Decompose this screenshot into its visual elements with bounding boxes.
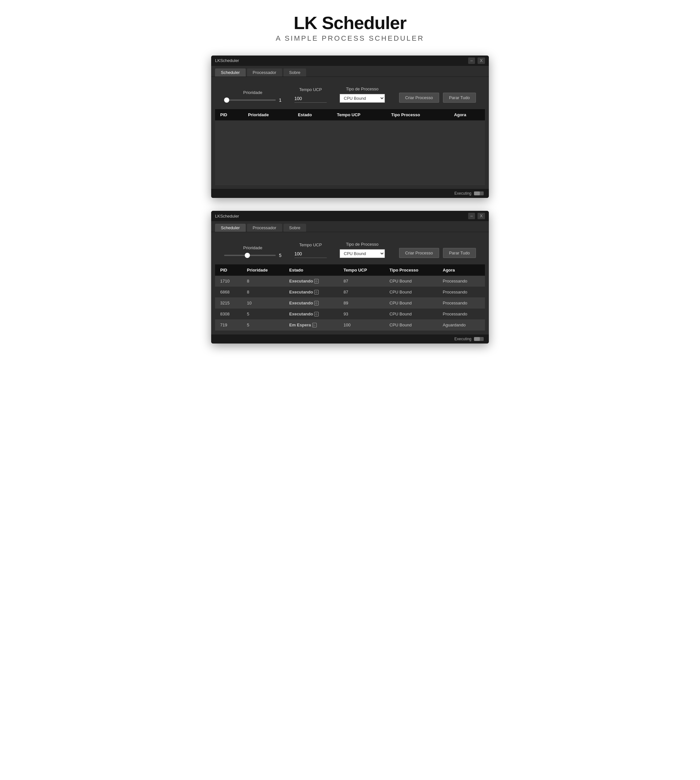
tipo-group-2: Tipo de Processo CPU Bound IO Bound (340, 242, 385, 258)
cell-pid: 719 (215, 320, 242, 331)
cell-estado: Executando ⊙ (284, 308, 338, 320)
cell-tempo: 87 (338, 276, 384, 287)
cell-pid: 6868 (215, 287, 242, 298)
btn-group-2: Criar Processo Parar Tudo (399, 248, 476, 258)
th-prioridade-1: Prioridade (243, 109, 293, 120)
priority-slider-1[interactable] (224, 100, 276, 101)
cell-agora: Processando (438, 308, 485, 320)
table-header-row-1: PID Prioridade Estado Tempo UCP Tipo Pro… (215, 109, 485, 120)
priority-value-2: 5 (279, 253, 282, 258)
parar-btn-2[interactable]: Parar Tudo (443, 248, 476, 258)
tipo-select-1[interactable]: CPU Bound IO Bound (340, 94, 385, 103)
table-container-1: PID Prioridade Estado Tempo UCP Tipo Pro… (215, 109, 485, 185)
th-estado-1: Estado (293, 109, 332, 120)
tipo-group-1: Tipo de Processo CPU Bound IO Bound (340, 87, 385, 103)
cell-tipo: CPU Bound (384, 308, 438, 320)
empty-cell-1 (215, 120, 485, 185)
cell-pid: 3215 (215, 298, 242, 308)
cell-tempo: 100 (338, 320, 384, 331)
th-tipo-1: Tipo Processo (386, 109, 449, 120)
cell-estado: Executando ⊙ (284, 276, 338, 287)
priority-group-2: Prioridade 5 (224, 245, 282, 258)
close-btn-1[interactable]: X (478, 57, 485, 64)
cell-prioridade: 8 (242, 287, 284, 298)
tab-scheduler-2[interactable]: Scheduler (215, 224, 246, 232)
minimize-btn-1[interactable]: – (468, 57, 475, 64)
cell-estado: Executando ⊙ (284, 287, 338, 298)
priority-label-2: Prioridade (224, 245, 282, 250)
th-pid-2: PID (215, 264, 242, 276)
slider-container-2: 5 (224, 253, 282, 258)
tabs-1: Scheduler Processador Sobre (211, 66, 489, 77)
th-agora-1: Agora (449, 109, 485, 120)
controls-area-1: Prioridade 1 Tempo UCP Tipo de Processo … (211, 77, 489, 109)
priority-group-1: Prioridade 1 (224, 90, 282, 103)
th-tipo-2: Tipo Processo (384, 264, 438, 276)
priority-value-1: 1 (279, 98, 282, 103)
footer-indicator-2 (474, 337, 484, 341)
criar-btn-2[interactable]: Criar Processo (399, 248, 439, 258)
window-controls-2: – X (468, 213, 485, 219)
titlebar-2: LKScheduler – X (211, 211, 489, 221)
cell-estado: Em Espera ▷ (284, 320, 338, 331)
window-title-1: LKScheduler (215, 58, 239, 63)
tipo-label-2: Tipo de Processo (340, 242, 385, 247)
cell-agora: Processando (438, 276, 485, 287)
tempo-label-2: Tempo UCP (295, 242, 327, 247)
tempo-group-2: Tempo UCP (295, 242, 327, 258)
table-row: 8308 5 Executando ⊙ 93 CPU Bound Process… (215, 308, 485, 320)
parar-btn-1[interactable]: Parar Tudo (443, 93, 476, 103)
priority-slider-2[interactable] (224, 255, 276, 256)
estado-icon: ⊙ (314, 279, 319, 283)
estado-badge: Executando ⊙ (289, 312, 319, 317)
close-btn-2[interactable]: X (478, 213, 485, 219)
tab-scheduler-1[interactable]: Scheduler (215, 68, 246, 77)
tab-processador-1[interactable]: Processador (247, 68, 282, 77)
tempo-group-1: Tempo UCP (295, 87, 327, 103)
cell-tempo: 87 (338, 287, 384, 298)
cell-agora: Processando (438, 287, 485, 298)
table-empty-row-1 (215, 120, 485, 185)
cell-tempo: 89 (338, 298, 384, 308)
window-title-2: LKScheduler (215, 214, 239, 218)
footer-2: Executing (211, 335, 489, 343)
estado-badge: Executando ⊙ (289, 278, 319, 283)
tipo-select-2[interactable]: CPU Bound IO Bound (340, 249, 385, 258)
priority-label-1: Prioridade (224, 90, 282, 95)
slider-container-1: 1 (224, 98, 282, 103)
cell-prioridade: 5 (242, 320, 284, 331)
estado-icon: ▷ (312, 323, 317, 327)
estado-badge: Em Espera ▷ (289, 323, 317, 327)
tempo-input-1[interactable] (295, 95, 327, 103)
controls-area-2: Prioridade 5 Tempo UCP Tipo de Processo … (211, 232, 489, 264)
estado-icon: ⊙ (314, 290, 319, 295)
tabs-2: Scheduler Processador Sobre (211, 221, 489, 232)
btn-group-1: Criar Processo Parar Tudo (399, 93, 476, 103)
th-agora-2: Agora (438, 264, 485, 276)
table-row: 6868 8 Executando ⊙ 87 CPU Bound Process… (215, 287, 485, 298)
criar-btn-1[interactable]: Criar Processo (399, 93, 439, 103)
titlebar-1: LKScheduler – X (211, 55, 489, 66)
cell-estado: Executando ⊙ (284, 298, 338, 308)
th-pid-1: PID (215, 109, 243, 120)
cell-prioridade: 10 (242, 298, 284, 308)
table-row: 719 5 Em Espera ▷ 100 CPU Bound Aguardan… (215, 320, 485, 331)
estado-icon: ⊙ (314, 301, 319, 305)
window-1: LKScheduler – X Scheduler Processador So… (211, 55, 489, 198)
cell-tipo: CPU Bound (384, 287, 438, 298)
table-row: 3215 10 Executando ⊙ 89 CPU Bound Proces… (215, 298, 485, 308)
tab-sobre-2[interactable]: Sobre (283, 224, 307, 232)
th-prioridade-2: Prioridade (242, 264, 284, 276)
minimize-btn-2[interactable]: – (468, 213, 475, 219)
cell-agora: Processando (438, 298, 485, 308)
estado-badge: Executando ⊙ (289, 290, 319, 295)
process-table-2: PID Prioridade Estado Tempo UCP Tipo Pro… (215, 264, 485, 331)
tempo-input-2[interactable] (295, 250, 327, 258)
tab-processador-2[interactable]: Processador (247, 224, 282, 232)
th-estado-2: Estado (284, 264, 338, 276)
tab-sobre-1[interactable]: Sobre (283, 68, 307, 77)
footer-status-2: Executing (454, 337, 472, 341)
page-header: LK Scheduler A SIMPLE PROCESS SCHEDULER (276, 13, 424, 43)
cell-tempo: 93 (338, 308, 384, 320)
page-title: LK Scheduler (276, 13, 424, 33)
